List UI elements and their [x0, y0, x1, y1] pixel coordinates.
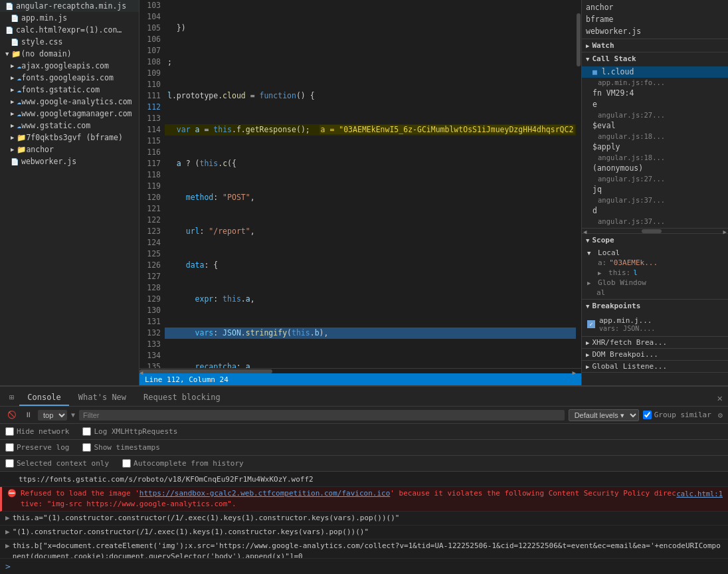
pause-button[interactable]: ⏸	[23, 410, 34, 420]
right-top-items: anchor bframe webworker.js	[582, 0, 728, 39]
watch-header[interactable]: ▶ Watch	[582, 39, 728, 52]
console-entry-2: ▶ this.a="(1).constructor.constructor(/1…	[0, 512, 728, 526]
autocomplete-label[interactable]: Autocomplete from history	[122, 459, 244, 468]
breakpoints-header[interactable]: ▼ Breakpoints	[582, 300, 728, 312]
close-devtools-icon[interactable]: ✕	[717, 393, 723, 403]
anchor-item[interactable]: anchor	[586, 1, 724, 13]
watch-triangle: ▶	[586, 43, 589, 49]
scroll-right-arrow[interactable]: ▶	[723, 229, 727, 235]
log-xhr-checkbox[interactable]	[82, 427, 91, 436]
file-tree-item-bframe[interactable]: ▶ 📁 7f0qktbs3gvf (bframe)	[0, 132, 139, 144]
clear-console-button[interactable]: 🚫	[5, 410, 19, 420]
file-tree-item-appmin[interactable]: 📄 app.min.js	[0, 12, 139, 24]
callstack-item-1[interactable]: fn VM29:4	[582, 88, 728, 99]
file-tree-item-nodomain[interactable]: ▼ 📁 (no domain)	[0, 48, 139, 60]
html-file-icon: 📄	[5, 27, 13, 34]
callstack-item-6[interactable]: jq	[582, 184, 728, 195]
tab-icon-area[interactable]: ⊞	[5, 390, 18, 406]
glob-window[interactable]: ▶ Glob Window	[582, 278, 728, 288]
horiz-scroll-thumb[interactable]	[139, 369, 272, 373]
hide-network-label[interactable]: Hide network	[5, 427, 69, 436]
expand-arrow-3[interactable]: ▶	[5, 527, 10, 537]
global-triangle: ▶	[586, 363, 589, 370]
this-triangle[interactable]: ▶	[598, 270, 601, 276]
callstack-item-7[interactable]: d	[582, 205, 728, 217]
expand-arrow-2[interactable]: ▶	[5, 513, 10, 524]
autocomplete-checkbox[interactable]	[122, 459, 131, 468]
console-output[interactable]: ttps://fonts.gstatic.com/s/roboto/v18/KF…	[0, 472, 728, 558]
xhr-fetch-section[interactable]: ▶ XHR/fetch Brea...	[582, 337, 728, 349]
webworker-item[interactable]: webworker.js	[586, 25, 724, 37]
folder-icon: 📁	[17, 145, 26, 154]
callstack-item-4[interactable]: $apply	[582, 142, 728, 153]
global-listeners-section[interactable]: ▶ Global Listene...	[582, 361, 728, 373]
group-similar-label[interactable]: Group similar	[643, 411, 711, 419]
console-options-2: Preserve log Show timestamps	[0, 440, 728, 456]
callstack-header[interactable]: ▼ Call Stack	[582, 52, 728, 65]
file-tree-item-fontsgoogle[interactable]: ▶ ☁ fonts.googleapis.com	[0, 72, 139, 84]
file-tree-item-angular[interactable]: 📄 angular-recaptcha.min.js	[0, 0, 139, 12]
local-header[interactable]: ▼ Local	[582, 248, 728, 258]
file-tree-item-anchor[interactable]: ▶ 📁 anchor	[0, 144, 139, 155]
group-similar-checkbox[interactable]	[643, 411, 652, 419]
callstack-item-3[interactable]: $eval	[582, 120, 728, 132]
dom-breakpoints-section[interactable]: ▶ DOM Breakpoi...	[582, 349, 728, 361]
code-line-105: l.prototype.cloud = function() {	[165, 90, 576, 102]
expand-arrow-4[interactable]: ▶	[5, 541, 10, 551]
file-tree: 📄 angular-recaptcha.min.js 📄 app.min.js …	[0, 0, 139, 385]
code-lines[interactable]: }) ; l.prototype.cloud = function() { va…	[165, 0, 576, 368]
callstack-item-5[interactable]: (anonymous)	[582, 163, 728, 174]
callstack-body: ■ l.cloud app.min.js:fo... fn VM29:4 e a…	[582, 65, 728, 228]
settings-gear-icon[interactable]: ⚙	[718, 411, 723, 420]
filter-input[interactable]	[79, 410, 565, 421]
devtools-tabs: ⊞ Console What's New Request blocking ✕	[0, 387, 728, 407]
file-tree-item-fontsgstatic[interactable]: ▶ ☁ fonts.gstatic.com	[0, 84, 139, 96]
file-tree-item-ajax[interactable]: ▶ ☁ ajax.googleapis.com	[0, 60, 139, 72]
preserve-log-label[interactable]: Preserve log	[5, 443, 69, 452]
context-select[interactable]: top	[38, 410, 67, 421]
right-scrollbar-thumb[interactable]	[642, 229, 662, 233]
file-tree-item-calchtml[interactable]: 📄 calc.html?expr=(1).constructor.constru…	[0, 24, 139, 36]
log-xhr-label[interactable]: Log XMLHttpRequests	[82, 427, 177, 436]
file-tree-item-webworker[interactable]: 📄 webworker.js	[0, 155, 139, 167]
breakpoint-checkbox[interactable]: ✓	[587, 320, 595, 328]
code-line-111: expr: this.a,	[165, 294, 576, 305]
xhr-label: XHR/fetch Brea...	[592, 338, 667, 347]
vertical-scrollbar[interactable]	[576, 0, 581, 368]
hide-network-checkbox[interactable]	[5, 427, 14, 436]
bframe-item[interactable]: bframe	[586, 13, 724, 25]
show-timestamps-label[interactable]: Show timestamps	[82, 443, 159, 452]
scrollbar-thumb[interactable]	[577, 13, 581, 66]
callstack-item-0[interactable]: ■ l.cloud	[582, 66, 728, 78]
tab-console[interactable]: Console	[19, 390, 69, 406]
code-content[interactable]: 103 104 105 106 107 108 109 110 111 112 …	[139, 0, 581, 368]
scope-var-this: ▶ this:l	[582, 268, 728, 278]
file-tree-item-googleanalytics[interactable]: ▶ ☁ www.google-analytics.com	[0, 96, 139, 108]
level-select[interactable]: Default levels ▾	[569, 409, 639, 421]
file-tree-item-tagmanager[interactable]: ▶ ☁ www.googletagmanager.com	[0, 108, 139, 120]
horizontal-scrollbar[interactable]: ▶ ◀	[139, 368, 581, 373]
scroll-arrow-left[interactable]: ◀	[139, 369, 143, 376]
selected-context-checkbox[interactable]	[5, 459, 14, 468]
scope-header[interactable]: ▼ Scope	[582, 234, 728, 246]
selected-context-label[interactable]: Selected context only	[5, 459, 109, 468]
code-line-112: vars: JSON.stringify(this.b),	[165, 328, 576, 339]
status-bar-text: Line 112, Column 24	[145, 375, 228, 384]
callstack-item-2[interactable]: e	[582, 99, 728, 110]
show-timestamps-checkbox[interactable]	[82, 443, 91, 452]
scroll-arrow-right[interactable]: ▶	[573, 369, 576, 376]
calc-html-link[interactable]: calc.html:1	[676, 488, 723, 499]
breakpoint-0[interactable]: ✓ app.min.j... vars: JSON....	[582, 314, 728, 335]
tab-request-blocking[interactable]: Request blocking	[136, 390, 228, 406]
file-tree-item-stylecss[interactable]: 📄 style.css	[0, 36, 139, 48]
file-tree-item-gstatic[interactable]: ▶ ☁ www.gstatic.com	[0, 120, 139, 132]
scroll-left-arrow[interactable]: ◀	[583, 229, 587, 235]
favicon-link[interactable]: https://sandbox-gcalc2.web.ctfcompetitio…	[139, 489, 391, 498]
console-input[interactable]	[15, 562, 723, 571]
console-input-line: >	[0, 558, 728, 574]
scope-var-a: a:"03AEMEk...	[582, 258, 728, 268]
preserve-log-checkbox[interactable]	[5, 443, 14, 452]
tab-whats-new[interactable]: What's New	[70, 390, 134, 406]
breakpoints-label: Breakpoints	[592, 302, 640, 310]
al-item[interactable]: al	[582, 288, 728, 298]
